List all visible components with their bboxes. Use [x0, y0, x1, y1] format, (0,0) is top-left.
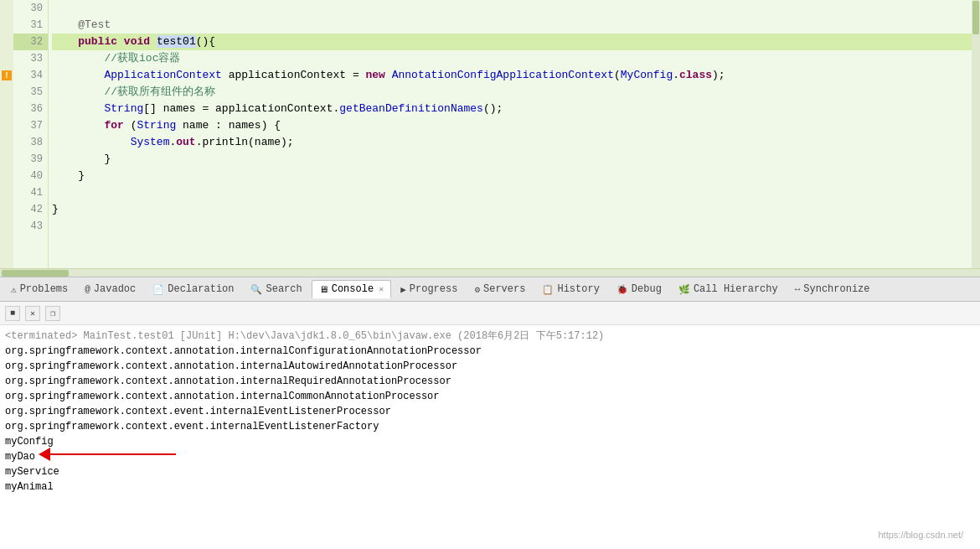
code-line-33: //获取ioc容器 [52, 50, 972, 67]
margin-39 [0, 151, 13, 168]
type-string-2: String [137, 119, 176, 132]
type-string: String [104, 102, 143, 115]
tab-callhierarchy[interactable]: 🌿 Call Hierarchy [671, 280, 786, 298]
tab-synchronize-label: Synchronize [803, 283, 869, 295]
method-getbeandefinitionnames: getBeanDefinitionNames [339, 102, 483, 115]
margin-41 [0, 184, 13, 201]
line-num-38: 38 [13, 134, 48, 151]
editor-left-margin: ! [0, 0, 13, 268]
console-icon: 🖥 [319, 284, 328, 295]
margin-32 [0, 34, 13, 50]
editor-bottom-scrollbar[interactable] [0, 268, 980, 277]
code-line-35: //获取所有组件的名称 [52, 84, 972, 101]
margin-43 [0, 218, 13, 235]
margin-34: ! [0, 67, 13, 84]
margin-35 [0, 84, 13, 101]
keyword-class: class [679, 69, 712, 81]
main-layout: ! 30 31 32 33 [0, 0, 980, 549]
method-name-highlight: test01 [157, 35, 196, 48]
console-output-line-8: myService [5, 464, 975, 479]
tab-synchronize[interactable]: ↔ Synchronize [787, 280, 878, 298]
line-num-42: 42 [13, 201, 48, 218]
console-panel: ■ ✕ ❐ <terminated> MainTest.test01 [JUni… [0, 302, 980, 549]
tab-history-label: History [557, 283, 599, 295]
code-line-41 [52, 184, 972, 201]
comment-33: //获取ioc容器 [104, 52, 180, 65]
console-output-line-3: org.springframework.context.annotation.i… [5, 389, 975, 404]
problems-icon: ⚠ [11, 284, 17, 295]
tab-search[interactable]: 🔍 Search [243, 280, 309, 298]
tab-declaration[interactable]: 📄 Declaration [145, 280, 241, 298]
tab-debug-label: Debug [632, 283, 662, 295]
tab-progress[interactable]: ▶ Progress [393, 280, 465, 298]
servers-icon: ⚙ [474, 284, 480, 295]
code-line-38: System.out.println(name); [52, 134, 972, 151]
line-num-43: 43 [13, 218, 48, 235]
console-clear-button[interactable]: ✕ [25, 306, 40, 321]
code-line-36: String[] names = applicationContext.getB… [52, 101, 972, 117]
tab-javadoc[interactable]: @ Javadoc [77, 280, 143, 298]
tab-servers[interactable]: ⚙ Servers [467, 280, 533, 298]
console-output-line-4: org.springframework.context.event.intern… [5, 404, 975, 419]
margin-33 [0, 50, 13, 67]
tab-problems-label: Problems [20, 283, 69, 295]
tab-declaration-label: Declaration [168, 283, 234, 295]
editor-right-scrollbar[interactable] [972, 0, 980, 268]
debug-icon: 🐞 [616, 284, 628, 295]
tab-console[interactable]: 🖥 Console ✕ [312, 280, 391, 298]
margin-40 [0, 168, 13, 184]
console-output-line-7: myDao [5, 449, 975, 464]
line-num-30: 30 [13, 0, 48, 17]
editor-main: ! 30 31 32 33 [0, 0, 980, 277]
console-output-line-5: org.springframework.context.event.intern… [5, 419, 975, 434]
keyword-for: for [104, 119, 123, 132]
history-icon: 📋 [542, 284, 554, 295]
line-num-32: 32 [13, 34, 48, 50]
synchronize-icon: ↔ [795, 284, 801, 294]
margin-31 [0, 17, 13, 34]
code-line-40: } [52, 168, 972, 184]
console-stop-button[interactable]: ■ [5, 306, 20, 321]
progress-icon: ▶ [400, 284, 406, 295]
line-num-40: 40 [13, 168, 48, 184]
line-num-41: 41 [13, 184, 48, 201]
tab-history[interactable]: 📋 History [534, 280, 606, 298]
tab-search-label: Search [266, 283, 302, 295]
type-myconfig: MyConfig [621, 69, 673, 81]
margin-36 [0, 101, 13, 117]
tab-bar: ⚠ Problems @ Javadoc 📄 Declaration 🔍 Sea… [0, 277, 980, 302]
console-tab-close[interactable]: ✕ [379, 284, 384, 294]
margin-42 [0, 201, 13, 218]
tab-progress-label: Progress [410, 283, 458, 295]
keyword-new: new [366, 69, 385, 81]
console-pin-button[interactable]: ❐ [45, 306, 60, 321]
type-applicationcontext: ApplicationContext [104, 69, 221, 81]
code-content: @Test public void test01(){ //获取ioc容器 Ap… [49, 0, 972, 268]
line-numbers: 30 31 32 33 34 35 36 37 38 39 40 41 42 4… [13, 0, 49, 268]
comment-35: //获取所有组件的名称 [104, 85, 215, 98]
editor-hscroll-thumb [2, 270, 69, 277]
line-num-31: 31 [13, 17, 48, 34]
code-line-34: ApplicationContext applicationContext = … [52, 67, 972, 84]
margin-37 [0, 117, 13, 134]
annotation-test: @Test [78, 18, 111, 31]
type-system: System [131, 136, 170, 148]
type-annotationconfigapplicationcontext: AnnotationConfigApplicationContext [392, 69, 614, 81]
console-lines-container: org.springframework.context.annotation.i… [5, 344, 975, 495]
editor-panel: ! 30 31 32 33 [0, 0, 980, 277]
margin-30 [0, 0, 13, 17]
console-output-line-1: org.springframework.context.annotation.i… [5, 359, 975, 374]
console-output-line-0: org.springframework.context.annotation.i… [5, 344, 975, 359]
tab-debug[interactable]: 🐞 Debug [609, 280, 669, 298]
keyword-out: out [176, 136, 195, 148]
code-line-37: for (String name : names) { [52, 117, 972, 134]
callhierarchy-icon: 🌿 [678, 284, 690, 295]
code-line-30 [52, 0, 972, 17]
tab-callhierarchy-label: Call Hierarchy [694, 283, 778, 295]
line-num-33: 33 [13, 50, 48, 67]
code-line-32: public void test01(){ [52, 34, 972, 50]
tab-problems[interactable]: ⚠ Problems [3, 280, 75, 298]
code-container: ! 30 31 32 33 [0, 0, 980, 268]
line-num-37: 37 [13, 117, 48, 134]
line-num-36: 36 [13, 101, 48, 117]
